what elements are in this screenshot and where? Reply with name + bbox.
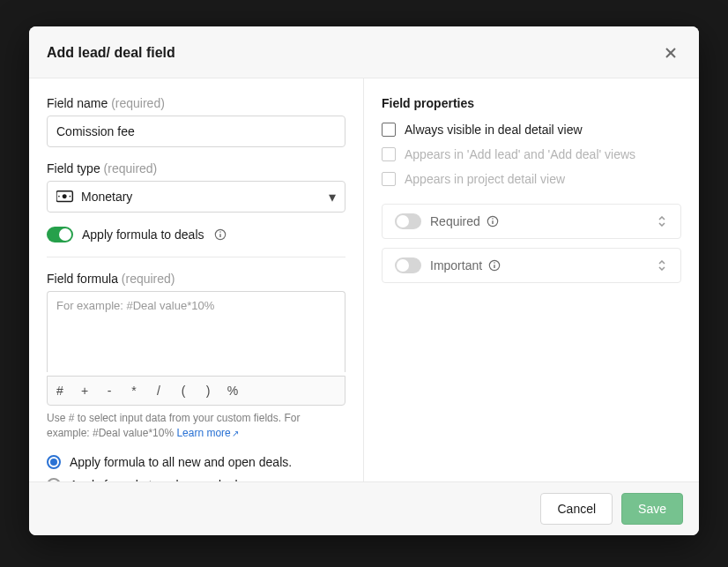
monetary-icon: [56, 190, 74, 204]
field-name-input[interactable]: [47, 116, 345, 147]
svg-point-8: [219, 231, 221, 233]
save-button[interactable]: Save: [621, 493, 683, 525]
checkbox-label: Appears in 'Add lead' and 'Add deal' vie…: [405, 147, 635, 161]
operator-bar: # + - * / ( ) %: [47, 376, 345, 406]
modal-footer: Cancel Save: [29, 481, 699, 535]
field-properties-title: Field properties: [382, 96, 681, 110]
required-property-card: Required: [382, 204, 681, 239]
radio-input: [47, 478, 61, 481]
op-lparen[interactable]: (: [171, 377, 196, 405]
formula-scope-radio-group: Apply formula to all new and open deals.…: [47, 455, 345, 481]
toggle-knob: [397, 259, 409, 272]
formula-hint: Use # to select input data from your cus…: [47, 411, 345, 441]
apply-formula-toggle-row: Apply formula to deals: [47, 227, 345, 242]
add-field-modal: Add lead/ deal field Field name (require…: [29, 26, 699, 535]
label-text: Important: [430, 258, 482, 272]
info-icon[interactable]: [487, 258, 501, 272]
checkbox-label: Always visible in deal detail view: [405, 123, 583, 137]
checkbox-label: Appears in project detail view: [405, 172, 565, 186]
op-multiply[interactable]: *: [122, 377, 146, 405]
field-name-label: Field name (required): [47, 96, 345, 110]
right-column: Field properties Always visible in deal …: [364, 78, 699, 481]
label-text: Required: [430, 214, 480, 228]
op-plus[interactable]: +: [72, 377, 97, 405]
checkbox-input: [382, 172, 396, 186]
checkbox-input: [382, 123, 396, 137]
required-tag: (required): [104, 161, 158, 175]
radio-all-deals[interactable]: Apply formula to all new and open deals.: [47, 455, 345, 469]
hint-text: Use # to select input data from your cus…: [47, 412, 300, 439]
checkbox-input: [382, 147, 396, 161]
modal-title: Add lead/ deal field: [47, 45, 175, 61]
field-name-group: Field name (required): [47, 96, 345, 147]
apply-formula-toggle[interactable]: [47, 227, 73, 242]
learn-more-link[interactable]: Learn more↗: [176, 427, 238, 439]
required-tag: (required): [122, 272, 175, 286]
op-percent[interactable]: %: [220, 377, 245, 405]
field-type-group: Field type (required) Monetary ▾: [47, 161, 345, 213]
radio-label: Apply formula to all new and open deals.: [70, 455, 292, 469]
op-hash[interactable]: #: [48, 377, 72, 405]
formula-textarea[interactable]: [47, 291, 345, 372]
close-button[interactable]: [660, 42, 681, 63]
label-text: Field name: [47, 96, 108, 110]
svg-point-5: [70, 196, 71, 198]
info-icon[interactable]: [213, 228, 227, 242]
label-text: Field type: [47, 161, 100, 175]
close-icon: [664, 46, 678, 60]
cancel-button[interactable]: Cancel: [540, 493, 613, 525]
modal-body: Field name (required) Field type (requir…: [29, 78, 699, 481]
chevron-down-icon: ▾: [329, 189, 336, 205]
label-text: Field formula: [47, 272, 118, 286]
toggle-knob: [397, 215, 409, 228]
important-property-card: Important: [382, 248, 681, 283]
svg-point-4: [58, 196, 60, 198]
op-divide[interactable]: /: [146, 377, 171, 405]
expand-collapse-icon[interactable]: [656, 259, 668, 272]
toggle-label: Apply formula to deals: [82, 228, 204, 242]
checkbox-appears-project: Appears in project detail view: [382, 172, 681, 186]
divider: [47, 257, 345, 257]
field-type-select[interactable]: Monetary ▾: [47, 181, 345, 213]
info-icon[interactable]: [486, 214, 500, 228]
field-formula-group: Field formula (required) # + - * / ( ) %…: [47, 272, 345, 441]
checkbox-appears-add-views: Appears in 'Add lead' and 'Add deal' vie…: [382, 147, 681, 161]
select-value: Monetary: [81, 190, 329, 204]
field-formula-label: Field formula (required): [47, 272, 345, 286]
important-toggle[interactable]: [395, 257, 421, 273]
required-toggle[interactable]: [395, 213, 421, 229]
expand-collapse-icon[interactable]: [656, 215, 668, 228]
property-label: Important: [430, 258, 647, 272]
left-column: Field name (required) Field type (requir…: [29, 78, 364, 481]
op-rparen[interactable]: ): [196, 377, 220, 405]
learn-more-text: Learn more: [176, 427, 230, 439]
required-tag: (required): [111, 96, 165, 110]
modal-header: Add lead/ deal field: [29, 26, 699, 78]
property-label: Required: [430, 214, 647, 228]
field-type-label: Field type (required): [47, 161, 345, 175]
external-link-icon: ↗: [232, 429, 239, 438]
radio-input: [47, 455, 61, 469]
svg-point-11: [492, 218, 494, 220]
svg-point-14: [494, 262, 495, 264]
toggle-knob: [59, 228, 71, 241]
op-minus[interactable]: -: [97, 377, 122, 405]
checkbox-always-visible[interactable]: Always visible in deal detail view: [382, 123, 681, 137]
svg-point-3: [63, 194, 67, 198]
